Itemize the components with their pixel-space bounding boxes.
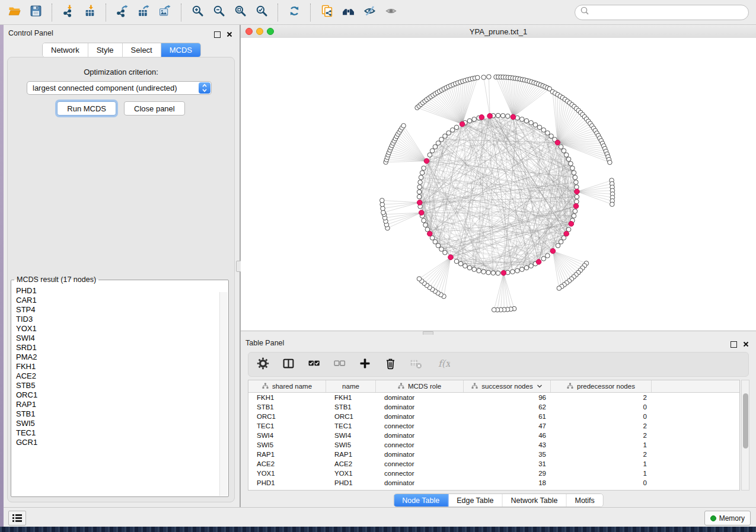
mcds-result-item[interactable]: ORC1 bbox=[16, 390, 220, 400]
duplicate-network-button[interactable] bbox=[316, 2, 337, 23]
scrollbar-thumb[interactable] bbox=[743, 393, 748, 448]
mcds-result-item[interactable]: RAP1 bbox=[16, 400, 220, 409]
zoom-selected-button[interactable] bbox=[251, 2, 272, 23]
optimization-criterion-label: Optimization criterion: bbox=[8, 68, 234, 76]
network-window-titlebar[interactable]: YPA_prune.txt_1 bbox=[241, 25, 756, 39]
table-row[interactable]: SWI4SWI4dominator462 bbox=[248, 431, 739, 440]
mcds-result-item[interactable]: SWI5 bbox=[16, 419, 220, 428]
hide-show-button[interactable] bbox=[359, 2, 380, 23]
mcds-result-item[interactable]: GCR1 bbox=[16, 438, 220, 447]
open-folder-icon bbox=[8, 5, 21, 20]
open-folder-button[interactable] bbox=[4, 2, 25, 23]
save-button[interactable] bbox=[25, 2, 46, 23]
horizontal-split-divider[interactable] bbox=[241, 331, 756, 335]
mcds-result-item[interactable]: ACE2 bbox=[16, 371, 220, 381]
mcds-result-item[interactable]: STP4 bbox=[16, 305, 220, 315]
close-panel-icon[interactable] bbox=[227, 29, 232, 40]
tab-select[interactable]: Select bbox=[123, 43, 161, 57]
mcds-result-item[interactable]: CAR1 bbox=[16, 296, 220, 305]
cell-shared_name: SWI5 bbox=[248, 441, 326, 448]
table-row[interactable]: FKH1FKH1dominator962 bbox=[248, 393, 739, 402]
tab-network[interactable]: Network bbox=[43, 43, 88, 57]
mcds-result-item[interactable]: YOX1 bbox=[16, 324, 220, 334]
delete-table-button[interactable] bbox=[409, 358, 422, 371]
search-box[interactable] bbox=[575, 5, 749, 20]
zoom-fit-button[interactable] bbox=[229, 2, 251, 23]
select-all-button[interactable] bbox=[307, 358, 320, 371]
table-row[interactable]: STB1STB1dominator620 bbox=[248, 402, 739, 412]
preview-button[interactable] bbox=[380, 2, 401, 23]
export-image-button[interactable] bbox=[154, 2, 176, 23]
table-row[interactable]: SWI5SWI5connector431 bbox=[248, 440, 739, 450]
refresh-button[interactable] bbox=[283, 2, 305, 23]
column-header-name[interactable]: name bbox=[326, 380, 376, 392]
export-table-button[interactable] bbox=[133, 2, 154, 23]
cell-name: SWI5 bbox=[326, 441, 376, 448]
float-table-panel-icon[interactable] bbox=[731, 341, 737, 348]
mcds-result-item[interactable]: STB1 bbox=[16, 409, 220, 419]
mcds-list-scrollbar[interactable] bbox=[219, 292, 228, 496]
mcds-result-list[interactable]: PHD1CAR1STP4TID3YOX1SWI4SRD1PMA2FKH1ACE2… bbox=[12, 285, 220, 495]
mcds-result-item[interactable]: SWI4 bbox=[16, 334, 220, 343]
table-row[interactable]: TEC1TEC1connector472 bbox=[248, 421, 739, 431]
close-panel-button[interactable]: Close panel bbox=[124, 101, 185, 116]
close-table-panel-icon[interactable] bbox=[743, 339, 749, 350]
mcds-result-item[interactable]: FKH1 bbox=[16, 362, 220, 371]
deselect-all-button[interactable] bbox=[333, 358, 346, 371]
mcds-result-item[interactable]: TEC1 bbox=[16, 428, 220, 438]
add-icon bbox=[359, 357, 371, 372]
table-panel-titlebar: Table Panel bbox=[241, 335, 756, 350]
column-header-shared-name[interactable]: shared name bbox=[248, 380, 326, 392]
cell-mcds_role: dominator bbox=[376, 451, 464, 458]
cell-name: YOX1 bbox=[326, 470, 376, 477]
zoom-fit-icon bbox=[234, 5, 247, 20]
mcds-result-item[interactable]: TID3 bbox=[16, 315, 220, 324]
tab-mcds[interactable]: MCDS bbox=[161, 43, 200, 57]
mcds-result-item[interactable]: PMA2 bbox=[16, 352, 220, 362]
columns-button[interactable] bbox=[282, 358, 295, 371]
function-button[interactable]: f(x) bbox=[435, 358, 452, 371]
table-row[interactable]: ACE2ACE2connector311 bbox=[248, 459, 739, 469]
cell-name: ACE2 bbox=[326, 460, 376, 467]
column-header-successor-nodes[interactable]: successor nodes bbox=[464, 380, 551, 392]
tab-node-table[interactable]: Node Table bbox=[394, 494, 448, 507]
gear-button[interactable] bbox=[256, 358, 269, 371]
table-row[interactable]: RAP1RAP1dominator352 bbox=[248, 450, 739, 459]
mcds-result-item[interactable]: PHD1 bbox=[16, 286, 220, 296]
table-row[interactable]: YOX1YOX1connector291 bbox=[248, 469, 739, 478]
zoom-out-button[interactable] bbox=[208, 2, 229, 23]
panel-list-button[interactable] bbox=[8, 511, 26, 525]
zoom-in-button[interactable] bbox=[187, 2, 208, 23]
column-header-MCDS-role[interactable]: MCDS role bbox=[376, 380, 464, 392]
tab-style[interactable]: Style bbox=[88, 43, 123, 57]
cell-successor_nodes: 62 bbox=[464, 403, 551, 411]
mcds-result-item[interactable]: STB5 bbox=[16, 381, 220, 390]
search-network-button[interactable] bbox=[337, 2, 359, 23]
optimization-criterion-dropdown[interactable]: largest connected component (undirected) bbox=[27, 81, 212, 95]
node-table-scrollbar[interactable] bbox=[741, 380, 749, 491]
export-network-icon bbox=[116, 5, 129, 20]
memory-button[interactable]: Memory bbox=[704, 511, 751, 525]
mcds-result-item[interactable]: SRD1 bbox=[16, 343, 220, 352]
delete-button[interactable] bbox=[384, 358, 397, 371]
table-row[interactable]: PHD1PHD1dominator180 bbox=[248, 478, 739, 488]
cell-name: FKH1 bbox=[326, 394, 376, 401]
import-table-button[interactable] bbox=[79, 2, 100, 23]
search-input[interactable] bbox=[590, 8, 735, 17]
add-button[interactable] bbox=[358, 358, 371, 371]
preview-icon bbox=[385, 5, 397, 20]
cell-shared_name: PHD1 bbox=[248, 479, 326, 486]
tree-icon bbox=[567, 383, 573, 390]
column-header-predecessor-nodes[interactable]: predecessor nodes bbox=[551, 380, 652, 392]
export-network-button[interactable] bbox=[111, 2, 133, 23]
network-canvas[interactable] bbox=[241, 38, 756, 331]
tab-edge-table[interactable]: Edge Table bbox=[448, 494, 502, 507]
table-row[interactable]: ORC1ORC1dominator610 bbox=[248, 412, 739, 421]
tree-icon bbox=[471, 383, 478, 390]
run-mcds-button[interactable]: Run MCDS bbox=[57, 101, 116, 116]
tab-motifs[interactable]: Motifs bbox=[566, 494, 602, 507]
tab-network-table[interactable]: Network Table bbox=[503, 494, 567, 507]
import-network-button[interactable] bbox=[58, 2, 79, 23]
float-panel-icon[interactable] bbox=[214, 31, 221, 38]
network-graph[interactable] bbox=[241, 38, 756, 331]
